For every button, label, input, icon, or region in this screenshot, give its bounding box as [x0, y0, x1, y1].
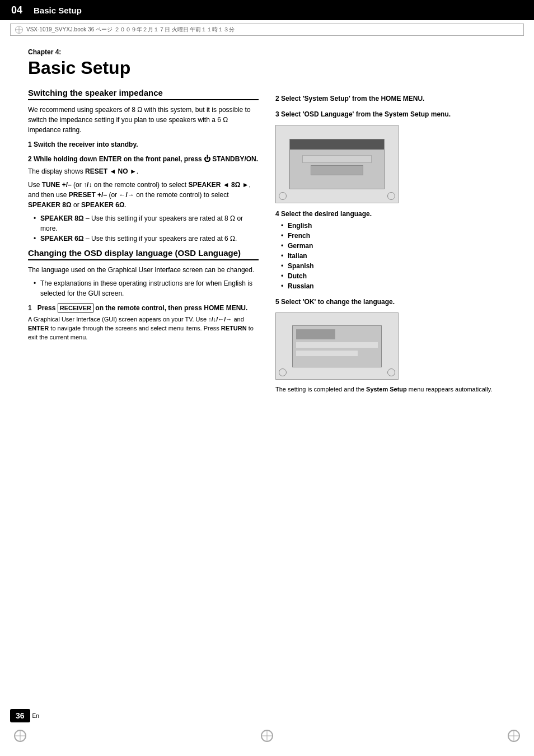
right-column: 2 Select 'System Setup' from the HOME ME…	[275, 88, 506, 398]
screen-mockup-1	[275, 125, 399, 203]
step2-note: The display shows RESET ◄ NO ►.	[28, 166, 259, 176]
step-receiver-note: A Graphical User Interface (GUI) screen …	[28, 315, 259, 342]
meta-strip: VSX-1019_SVYXJ.book 36 ページ ２００９年２月１７日 火曜…	[10, 24, 524, 36]
right-step5-label: 5 Select 'OK' to change the language.	[275, 297, 506, 307]
lang-russian: Russian	[281, 281, 506, 291]
section1-intro: We recommend using speakers of 8 Ω with …	[28, 105, 259, 135]
meta-info: VSX-1019_SVYXJ.book 36 ページ ２００９年２月１７日 火曜…	[26, 26, 235, 34]
corner-circle-bm	[261, 730, 273, 742]
lang-german: German	[281, 241, 506, 251]
step2-detail: Use TUNE +/– (or ↑/↓ on the remote contr…	[28, 180, 259, 210]
section1-title: Switching the speaker impedance	[28, 88, 259, 100]
page-number: 36	[10, 709, 30, 722]
screen2-corner-left	[279, 368, 287, 376]
corner-circle-br	[508, 730, 520, 742]
lang-spanish: Spanish	[281, 261, 506, 271]
screen-dark-bar	[290, 139, 384, 150]
bullet-speaker6: SPEAKER 6Ω – Use this setting if your sp…	[34, 234, 259, 244]
step-receiver: 1 Press RECEIVER on the remote control, …	[28, 303, 259, 313]
crosshair-icon	[15, 26, 23, 34]
screen-inner-2	[292, 325, 382, 367]
left-column: Switching the speaker impedance We recom…	[28, 88, 259, 398]
section2-intro: The language used on the Graphical User …	[28, 265, 259, 275]
page-footer: 36 En	[0, 709, 534, 722]
right-step4-label: 4 Select the desired language.	[275, 209, 506, 219]
screen2-corner-right	[387, 368, 395, 376]
section2-title: Changing the OSD display language (OSD L…	[28, 248, 259, 260]
language-list: English French German Italian Spanish Du…	[275, 221, 506, 291]
step1-label: 1 Switch the receiver into standby.	[28, 139, 259, 150]
lang-english: English	[281, 221, 506, 231]
footer-note: The setting is completed and the System …	[275, 385, 506, 394]
screen-inner-1	[289, 139, 385, 189]
footer-corners	[0, 730, 534, 742]
lang-dutch: Dutch	[281, 271, 506, 281]
screen-corner-right	[387, 192, 395, 200]
corner-circle-bl	[14, 730, 26, 742]
screen-white-line2	[296, 351, 358, 356]
screen-mockup-2	[275, 312, 399, 380]
screen-light-bar	[302, 155, 372, 163]
chapter-number: 04	[6, 2, 28, 18]
page-content: Chapter 4: Basic Setup Switching the spe…	[0, 36, 534, 431]
screen-grey-block	[296, 329, 335, 339]
right-step2-label: 2 Select 'System Setup' from the HOME ME…	[275, 94, 506, 104]
lang-italian: Italian	[281, 251, 506, 261]
header-title: Basic Setup	[34, 6, 82, 15]
main-title: Basic Setup	[28, 58, 506, 78]
section2-bullet: The explanations in these operating inst…	[34, 278, 259, 298]
speaker-bullets: SPEAKER 8Ω – Use this setting if your sp…	[28, 213, 259, 244]
screen-small-box	[311, 165, 363, 175]
right-step3-label: 3 Select 'OSD Language' from the System …	[275, 109, 506, 119]
screen-white-line1	[296, 342, 378, 348]
two-column-layout: Switching the speaker impedance We recom…	[28, 88, 506, 398]
header-bar: 04 Basic Setup	[0, 0, 534, 20]
screen-corner-left	[279, 192, 287, 200]
lang-french: French	[281, 231, 506, 241]
chapter-heading: Chapter 4:	[28, 47, 506, 57]
section2-bullets: The explanations in these operating inst…	[28, 278, 259, 298]
receiver-box: RECEIVER	[58, 304, 93, 312]
bullet-speaker8: SPEAKER 8Ω – Use this setting if your sp…	[34, 213, 259, 234]
page-lang: En	[32, 713, 39, 719]
step2-label: 2 While holding down ENTER on the front …	[28, 154, 259, 164]
